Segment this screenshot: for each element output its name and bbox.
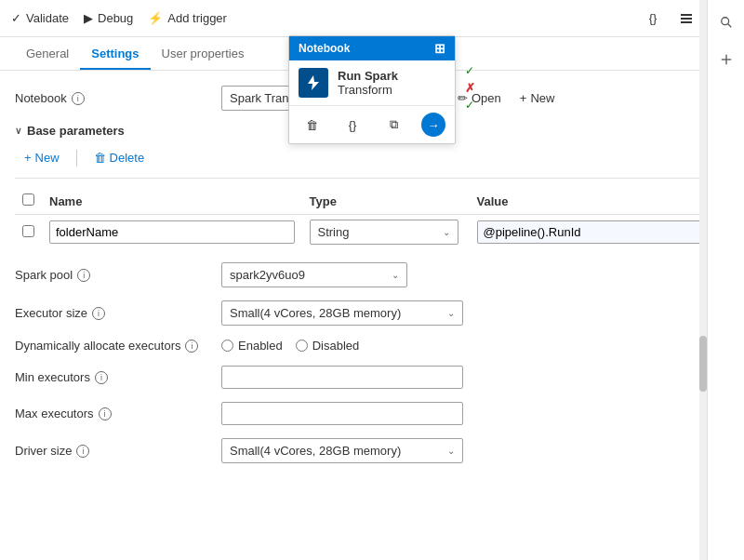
delete-param-button[interactable]: 🗑 Delete: [85, 147, 154, 168]
spark-pool-control: spark2yv6uo9 ⌄: [221, 262, 729, 287]
toolbar: ✓ Validate ▶ Debug ⚡ Add trigger {} ···: [0, 0, 744, 37]
max-executors-input[interactable]: [221, 402, 463, 425]
row1-name-input[interactable]: [49, 220, 295, 244]
add-trigger-label: Add trigger: [167, 11, 227, 25]
driver-size-label: Driver size i: [15, 444, 210, 458]
braces-button[interactable]: {}: [640, 6, 666, 32]
trash-icon-param: 🗑: [94, 151, 106, 165]
row1-type-arrow: ⌄: [443, 227, 450, 237]
popup-actions: 🗑 {} ⧉ →: [289, 105, 455, 143]
driver-size-dropdown[interactable]: Small(4 vCores, 28GB memory) ⌄: [221, 438, 463, 463]
plus-sidebar-button[interactable]: [711, 45, 741, 74]
select-all-checkbox[interactable]: [22, 193, 34, 206]
executor-size-row: Executor size i Small(4 vCores, 28GB mem…: [15, 300, 729, 326]
popup-braces-button[interactable]: {}: [339, 112, 365, 138]
search-sidebar-button[interactable]: [711, 7, 741, 37]
plus-icon-notebook: +: [520, 91, 527, 105]
status-check-2: ✓: [465, 99, 475, 112]
spark-pool-row: Spark pool i spark2yv6uo9 ⌄: [15, 262, 729, 287]
scrollbar-thumb[interactable]: [699, 336, 707, 392]
executor-size-control: Small(4 vCores, 28GB memory) ⌄: [221, 300, 729, 326]
notebook-label: Notebook i: [15, 91, 210, 105]
popup-arrow-button[interactable]: →: [421, 113, 445, 137]
min-executors-row: Min executors i: [15, 366, 729, 389]
list-button[interactable]: [673, 6, 699, 32]
executor-size-label: Executor size i: [15, 306, 210, 320]
svg-point-4: [721, 18, 728, 25]
dynamic-executors-info-icon[interactable]: i: [185, 340, 198, 353]
min-executors-control: [221, 366, 729, 389]
tab-settings[interactable]: Settings: [80, 39, 150, 70]
popup-header: Notebook ⊞: [289, 36, 455, 60]
popup-trash-button[interactable]: 🗑: [299, 112, 325, 138]
tab-general[interactable]: General: [15, 39, 80, 70]
trigger-icon: ⚡: [148, 11, 163, 25]
add-trigger-button[interactable]: ⚡ Add trigger: [148, 11, 227, 25]
row1-type-dropdown[interactable]: String ⌄: [310, 220, 458, 245]
base-parameters-title: Base parameters: [27, 124, 125, 138]
debug-button[interactable]: ▶ Debug: [84, 11, 133, 25]
popup-header-icon: ⊞: [434, 41, 445, 56]
dynamic-executors-control: Enabled Disabled: [221, 339, 729, 353]
status-check-1: ✓: [465, 64, 475, 77]
action-bar-separator: [76, 150, 77, 167]
status-icons: ✓ ✗ ✓: [465, 64, 475, 112]
min-executors-input[interactable]: [221, 366, 463, 389]
notebook-info-icon[interactable]: i: [72, 92, 85, 105]
executor-size-info-icon[interactable]: i: [92, 307, 105, 320]
status-x: ✗: [465, 81, 475, 95]
new-notebook-button[interactable]: + New: [514, 87, 561, 109]
spark-pool-label: Spark pool i: [15, 268, 210, 282]
parameters-table: Name Type Value Strin: [15, 188, 729, 249]
popup-item-text: Run Spark Transform: [338, 69, 398, 97]
disabled-radio-label[interactable]: Disabled: [296, 339, 360, 353]
driver-size-control: Small(4 vCores, 28GB memory) ⌄: [221, 438, 729, 463]
spark-pool-info-icon[interactable]: i: [77, 269, 90, 282]
max-executors-info-icon[interactable]: i: [99, 407, 112, 420]
min-executors-info-icon[interactable]: i: [95, 371, 108, 384]
row1-type-value: String: [318, 225, 350, 239]
debug-icon: ▶: [84, 11, 93, 25]
row1-checkbox[interactable]: [22, 225, 34, 237]
enabled-radio-label[interactable]: Enabled: [221, 339, 283, 353]
max-executors-row: Max executors i: [15, 402, 729, 425]
spark-pool-dropdown[interactable]: spark2yv6uo9 ⌄: [221, 262, 407, 287]
dynamic-executors-row: Dynamically allocate executors i Enabled…: [15, 339, 729, 353]
section-toggle-icon: ∨: [15, 126, 21, 136]
driver-size-row: Driver size i Small(4 vCores, 28GB memor…: [15, 438, 729, 463]
open-label: Open: [472, 91, 501, 105]
right-sidebar: [707, 0, 744, 560]
driver-size-info-icon[interactable]: i: [76, 445, 89, 458]
notebook-popup: Notebook ⊞ Run Spark Transform ✓ ✗ ✓ 🗑 {…: [288, 35, 456, 144]
spark-icon: [299, 68, 328, 98]
validate-button[interactable]: ✓ Validate: [11, 11, 69, 25]
scrollbar-track: [699, 0, 707, 560]
open-notebook-button[interactable]: ✏ Open: [452, 87, 507, 109]
enabled-label: Enabled: [238, 339, 283, 353]
max-executors-label: Max executors i: [15, 407, 210, 420]
executor-size-arrow: ⌄: [447, 308, 455, 318]
row1-name-cell: [42, 215, 302, 250]
executor-size-value: Small(4 vCores, 28GB memory): [230, 306, 401, 320]
executor-size-dropdown[interactable]: Small(4 vCores, 28GB memory) ⌄: [221, 300, 463, 326]
delete-param-label: Delete: [110, 151, 145, 165]
debug-label: Debug: [98, 11, 133, 25]
validate-icon: ✓: [11, 11, 21, 25]
tab-user-properties[interactable]: User properties: [151, 39, 256, 70]
row1-checkbox-cell: [15, 215, 42, 250]
row1-value-cell: [470, 215, 730, 250]
new-label: New: [530, 91, 554, 105]
table-header-checkbox-col: [15, 188, 42, 215]
enabled-radio[interactable]: [221, 340, 233, 352]
max-executors-control: [221, 402, 729, 425]
popup-copy-button[interactable]: ⧉: [380, 112, 406, 138]
spark-pool-value: spark2yv6uo9: [230, 268, 305, 282]
svg-line-5: [727, 24, 731, 28]
row1-value-input[interactable]: [477, 220, 723, 244]
popup-run-item[interactable]: Run Spark Transform ✓ ✗ ✓: [289, 60, 455, 105]
svg-rect-2: [681, 21, 692, 23]
table-header-value: Value: [470, 188, 730, 215]
driver-size-value: Small(4 vCores, 28GB memory): [230, 444, 401, 458]
new-param-button[interactable]: + New: [15, 147, 69, 168]
disabled-radio[interactable]: [296, 340, 308, 352]
